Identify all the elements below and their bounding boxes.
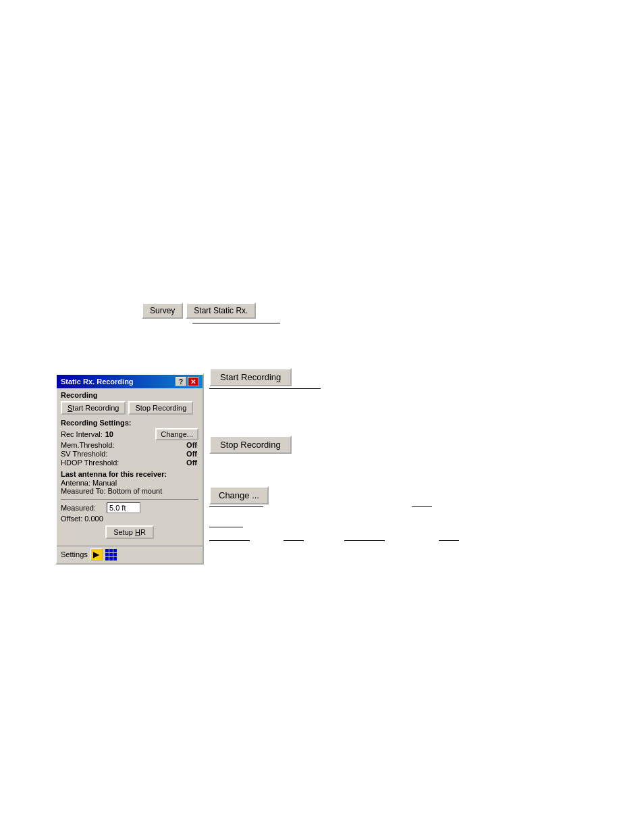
underline-7 bbox=[439, 540, 459, 541]
settings-label: Settings bbox=[61, 550, 88, 558]
recording-settings-group: Recording Settings: Rec Interval: 10 Cha… bbox=[61, 419, 198, 467]
rec-interval-label: Rec Interval: bbox=[61, 430, 103, 438]
recording-section-label: Recording bbox=[61, 391, 198, 399]
underline-2 bbox=[412, 506, 432, 507]
antenna-label: Antenna: Manual bbox=[61, 479, 198, 487]
dialog-title: Static Rx. Recording bbox=[61, 377, 134, 386]
setup-hr-button[interactable]: Setup HR bbox=[105, 525, 154, 539]
change-outer-button[interactable]: Change ... bbox=[209, 486, 269, 504]
underline-4 bbox=[209, 540, 250, 541]
offset-row: Offset: 0.000 bbox=[61, 515, 198, 523]
mem-threshold-row: Mem.Threshold: Off bbox=[61, 441, 198, 449]
last-antenna-title: Last antenna for this receiver: bbox=[61, 470, 198, 478]
help-button[interactable]: ? bbox=[176, 377, 186, 386]
toolbar-area: Survey Start Static Rx. bbox=[142, 303, 256, 319]
change-outer: Change ... bbox=[209, 486, 269, 504]
measured-input[interactable] bbox=[107, 502, 140, 513]
mem-threshold-value: Off bbox=[186, 441, 197, 449]
divider bbox=[61, 499, 198, 500]
recording-buttons-row: Start Recording Stop Recording bbox=[61, 401, 198, 415]
hdop-threshold-label: HDOP Threshold: bbox=[61, 459, 119, 467]
settings-icon[interactable]: ▶ bbox=[90, 548, 103, 561]
stop-recording-outer: Stop Recording bbox=[209, 436, 292, 454]
dialog-footer: Settings ▶ bbox=[57, 546, 203, 563]
measured-row: Measured: bbox=[61, 502, 198, 513]
underline-1 bbox=[209, 506, 263, 507]
start-recording-outer-button[interactable]: Start Recording bbox=[209, 368, 292, 386]
static-rx-dialog: Static Rx. Recording ? ✕ Recording Start… bbox=[55, 373, 204, 565]
sv-threshold-label: SV Threshold: bbox=[61, 450, 108, 458]
dialog-titlebar: Static Rx. Recording ? ✕ bbox=[57, 375, 203, 388]
start-static-button[interactable]: Start Static Rx. bbox=[186, 303, 256, 319]
hdop-threshold-row: HDOP Threshold: Off bbox=[61, 459, 198, 467]
grid-icon[interactable] bbox=[105, 549, 117, 561]
close-button[interactable]: ✕ bbox=[188, 377, 198, 386]
sv-threshold-value: Off bbox=[186, 450, 197, 458]
start-recording-underline bbox=[209, 388, 321, 389]
mem-threshold-label: Mem.Threshold: bbox=[61, 441, 114, 449]
measured-field-label: Measured: bbox=[61, 504, 107, 512]
page-container: Survey Start Static Rx. Start Recording … bbox=[0, 0, 644, 834]
underline-6 bbox=[344, 540, 385, 541]
change-button[interactable]: Change... bbox=[155, 428, 198, 440]
underline-5 bbox=[284, 540, 304, 541]
stop-recording-button[interactable]: Stop Recording bbox=[128, 401, 193, 415]
toolbar-underline bbox=[192, 323, 280, 323]
antenna-section: Last antenna for this receiver: Antenna:… bbox=[61, 470, 198, 495]
rec-interval-row: Rec Interval: 10 Change... bbox=[61, 428, 198, 440]
underline-3 bbox=[209, 527, 243, 527]
start-recording-button[interactable]: Start Recording bbox=[61, 401, 126, 415]
rec-interval-value: 10 bbox=[105, 430, 113, 438]
dialog-content: Recording Start Recording Stop Recording… bbox=[57, 388, 203, 546]
start-recording-outer: Start Recording bbox=[209, 368, 292, 386]
titlebar-controls: ? ✕ bbox=[176, 377, 198, 386]
survey-button[interactable]: Survey bbox=[142, 303, 183, 319]
recording-settings-title: Recording Settings: bbox=[61, 419, 198, 427]
measured-to-label: Measured To: Bottom of mount bbox=[61, 487, 198, 495]
sv-threshold-row: SV Threshold: Off bbox=[61, 450, 198, 458]
hdop-threshold-value: Off bbox=[186, 459, 197, 467]
stop-recording-outer-button[interactable]: Stop Recording bbox=[209, 436, 292, 454]
